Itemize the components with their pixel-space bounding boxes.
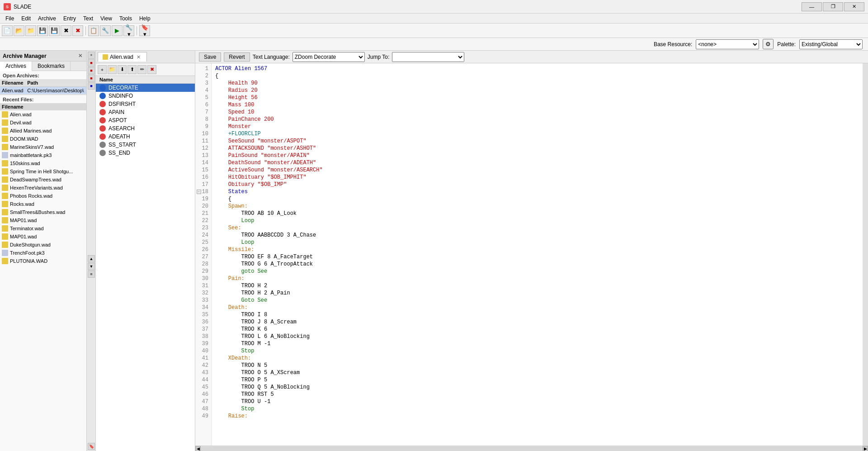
maximize-button[interactable]: ❐ bbox=[823, 2, 843, 11]
new-button[interactable]: 📄 bbox=[2, 25, 13, 36]
menu-item-tools[interactable]: Tools bbox=[116, 14, 136, 23]
recent-item[interactable]: Allied Marines.wad bbox=[0, 127, 86, 135]
entry-tab-alien[interactable]: Alien.wad ✕ bbox=[98, 52, 147, 62]
entry-new-folder[interactable]: 📁 bbox=[108, 65, 117, 74]
recent-item[interactable]: DOOM.WAD bbox=[0, 135, 86, 143]
fold-button[interactable]: − bbox=[197, 190, 201, 194]
recent-item[interactable]: HexenTreeVariants.wad bbox=[0, 184, 86, 192]
recent-item[interactable]: Terminator.wad bbox=[0, 224, 86, 233]
entry-new[interactable]: + bbox=[98, 65, 107, 74]
base-resource-gear[interactable]: ⚙ bbox=[763, 39, 774, 49]
entry-item[interactable]: ADEATH bbox=[96, 133, 195, 141]
side-btn-bookmark[interactable]: 🔖 bbox=[88, 443, 95, 450]
hscroll-left[interactable]: ◀ bbox=[195, 446, 201, 451]
save-button[interactable]: 💾 bbox=[37, 25, 48, 36]
close-btn[interactable]: ✖ bbox=[61, 25, 71, 36]
side-btn-sort[interactable]: ≡ bbox=[88, 271, 95, 278]
vertical-scrollbar[interactable] bbox=[863, 63, 868, 446]
recent-item[interactable]: SmallTrees&Bushes.wad bbox=[0, 208, 86, 216]
recent-item[interactable]: PLUTONIA.WAD bbox=[0, 257, 86, 265]
entry-tab-icon bbox=[103, 54, 108, 60]
entry-item[interactable]: DECORATE bbox=[96, 84, 195, 92]
tab-bookmarks[interactable]: Bookmarks bbox=[32, 62, 71, 71]
close2-btn[interactable]: ✖ bbox=[72, 25, 83, 36]
entry-rename[interactable]: ✏ bbox=[137, 65, 146, 74]
recent-item[interactable]: Spring Time in Hell Shotgu... bbox=[0, 167, 86, 176]
open-button[interactable]: 📂 bbox=[14, 25, 24, 36]
recent-item[interactable]: mainbattletank.pk3 bbox=[0, 151, 86, 159]
editor-revert-button[interactable]: Revert bbox=[224, 52, 250, 62]
save2-button[interactable]: 💾 bbox=[49, 25, 60, 36]
recent-item[interactable]: DeadSwampTrees.wad bbox=[0, 176, 86, 184]
entry-dot bbox=[99, 93, 106, 99]
code-content[interactable]: ACTOR Alien 1567{ Health 90 Radius 20 He… bbox=[212, 63, 863, 446]
entry-item[interactable]: ASEARCH bbox=[96, 124, 195, 133]
archive-row[interactable]: Alien.wadC:\Users\mason\Desktop\ bbox=[0, 87, 86, 95]
side-btn-3[interactable]: ■ bbox=[88, 67, 95, 74]
menu-item-archive[interactable]: Archive bbox=[34, 14, 60, 23]
recent-item[interactable]: 150skins.wad bbox=[0, 159, 86, 167]
recent-item[interactable]: Devil.wad bbox=[0, 119, 86, 127]
recent-item-name: mainbattletank.pk3 bbox=[10, 152, 52, 158]
recent-item[interactable]: DukeShotgun.wad bbox=[0, 241, 86, 249]
tab-archives[interactable]: Archives bbox=[0, 62, 32, 71]
side-btn-5[interactable]: ■ bbox=[88, 82, 95, 90]
code-segment: TROO RST 5 bbox=[215, 391, 274, 398]
recent-item[interactable]: MAP01.wad bbox=[0, 233, 86, 241]
code-segment: Stop bbox=[215, 347, 254, 355]
side-btn-up[interactable]: ▲ bbox=[88, 255, 95, 262]
entry-item[interactable]: APAIN bbox=[96, 108, 195, 116]
recent-item[interactable]: Alien.wad bbox=[0, 110, 86, 119]
tool2[interactable]: 🔧 bbox=[100, 25, 111, 36]
horizontal-scrollbar[interactable]: ◀ ▶ bbox=[195, 446, 868, 451]
code-line: Loop bbox=[215, 239, 859, 246]
menu-item-edit[interactable]: Edit bbox=[18, 14, 34, 23]
hscroll-track[interactable] bbox=[201, 446, 863, 451]
line-number: 43 bbox=[195, 369, 211, 376]
entry-item[interactable]: ASPOT bbox=[96, 116, 195, 124]
config-button[interactable]: 🔧▾ bbox=[123, 25, 134, 36]
tool1[interactable]: 📋 bbox=[88, 25, 99, 36]
close-button[interactable]: ✕ bbox=[844, 2, 864, 11]
line-number: 49 bbox=[195, 413, 211, 420]
palette-select[interactable]: Existing/Global bbox=[799, 39, 863, 49]
archive-manager-close[interactable]: ✕ bbox=[77, 53, 84, 59]
code-line: States bbox=[215, 188, 859, 195]
recent-item[interactable]: MAP01.wad bbox=[0, 216, 86, 224]
code-segment: Obituary "$OB_IMP" bbox=[215, 181, 287, 188]
minimize-button[interactable]: — bbox=[802, 2, 822, 11]
entry-delete[interactable]: ✖ bbox=[147, 65, 156, 74]
menu-item-help[interactable]: Help bbox=[136, 14, 154, 23]
run-button[interactable]: ▶ bbox=[112, 25, 123, 36]
recent-item[interactable]: Rocks.wad bbox=[0, 200, 86, 208]
recent-item-name: PLUTONIA.WAD bbox=[10, 258, 47, 264]
bookmark-button[interactable]: 🔖▾ bbox=[139, 25, 150, 36]
text-lang-select[interactable]: ZDoom Decorate bbox=[292, 52, 365, 62]
side-btn-1[interactable]: + bbox=[88, 52, 95, 59]
entry-tab-close[interactable]: ✕ bbox=[135, 54, 142, 60]
entry-item[interactable]: SNDINFO bbox=[96, 92, 195, 100]
entry-name-header: Name bbox=[96, 76, 195, 84]
entry-item[interactable]: DSFIRSHT bbox=[96, 100, 195, 108]
entry-item[interactable]: SS_END bbox=[96, 149, 195, 157]
recent-item[interactable]: Phobos Rocks.wad bbox=[0, 192, 86, 200]
base-resource-select[interactable]: <none> bbox=[696, 39, 759, 49]
side-btn-2[interactable]: ■ bbox=[88, 59, 95, 66]
side-btn-down[interactable]: ▼ bbox=[88, 263, 95, 270]
open2-button[interactable]: 📁 bbox=[25, 25, 36, 36]
recent-item-name: SmallTrees&Bushes.wad bbox=[10, 209, 65, 215]
editor-save-button[interactable]: Save bbox=[199, 52, 221, 62]
recent-item[interactable]: TrenchFoot.pk3 bbox=[0, 249, 86, 257]
jump-to-select[interactable] bbox=[392, 52, 464, 62]
recent-item[interactable]: MarineSkinsV7.wad bbox=[0, 143, 86, 151]
entry-item[interactable]: SS_START bbox=[96, 141, 195, 149]
entry-export[interactable]: ⬆ bbox=[127, 65, 137, 74]
hscroll-right[interactable]: ▶ bbox=[863, 446, 868, 451]
menu-item-view[interactable]: View bbox=[97, 14, 116, 23]
menu-item-text[interactable]: Text bbox=[80, 14, 97, 23]
side-btn-4[interactable]: ■ bbox=[88, 75, 95, 82]
menu-item-file[interactable]: File bbox=[2, 14, 18, 23]
entry-import[interactable]: ⬇ bbox=[118, 65, 127, 74]
recent-icon bbox=[2, 144, 8, 150]
menu-item-entry[interactable]: Entry bbox=[60, 14, 80, 23]
